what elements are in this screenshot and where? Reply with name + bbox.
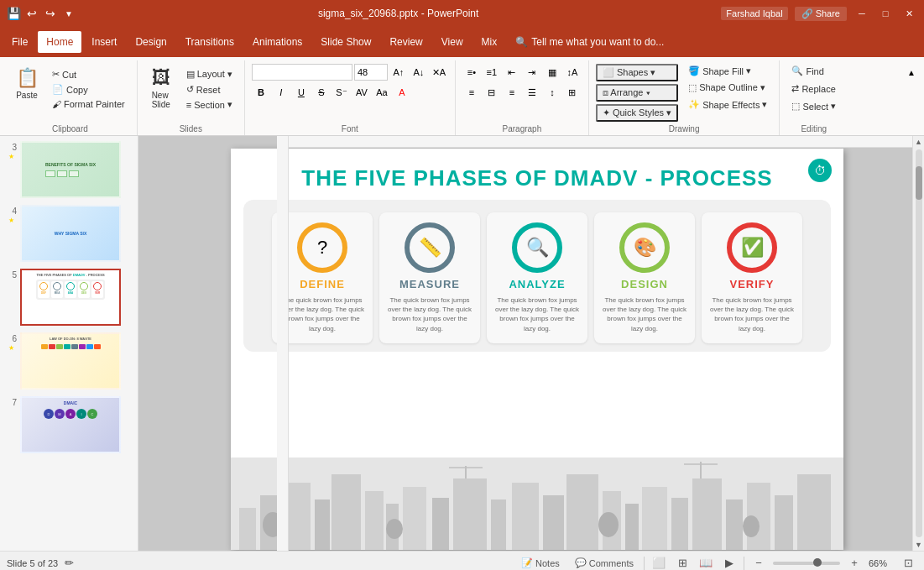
font-group-content: A↑ A↓ ✕A B I U S S⁻ AV Aa A — [252, 60, 448, 122]
bold-btn[interactable]: B — [252, 84, 270, 101]
align-left-btn[interactable]: ≡ — [462, 84, 481, 101]
shape-outline-btn[interactable]: ⬚ Shape Outline ▾ — [683, 81, 772, 95]
notes-edit-icon[interactable]: ✏ — [65, 557, 74, 569]
columns-btn[interactable]: ▦ — [543, 64, 561, 81]
italic-btn[interactable]: I — [272, 84, 290, 101]
save-icon[interactable]: 💾 — [7, 7, 20, 20]
svg-rect-1 — [239, 508, 256, 550]
slide-thumb-7[interactable]: 7 ★ DMAIC D M A I C — [3, 395, 134, 455]
zoom-slider[interactable] — [773, 561, 840, 565]
increase-indent-btn[interactable]: ⇥ — [523, 64, 541, 81]
slide-thumbnail-7[interactable]: DMAIC D M A I C — [20, 396, 121, 453]
slide-thumb-4[interactable]: 4 ★ WHY SIGMA SIX — [3, 203, 134, 264]
paste-button[interactable]: 📋 Paste — [10, 64, 44, 103]
slide-thumbnail-6[interactable]: LAW OF DO-ON: 8 WASTE — [20, 332, 121, 390]
menu-file[interactable]: File — [3, 31, 36, 53]
increase-font-btn[interactable]: A↑ — [389, 64, 408, 81]
decrease-indent-btn[interactable]: ⇤ — [503, 64, 521, 81]
layout-button[interactable]: ▤ Layout ▾ — [181, 67, 238, 81]
zoom-thumb[interactable] — [813, 558, 822, 567]
shadow-btn[interactable]: S⁻ — [332, 84, 351, 101]
shapes-btn[interactable]: ⬜ Shapes ▾ — [596, 64, 678, 81]
text-direction-btn[interactable]: ↕A — [563, 64, 582, 81]
account-btn[interactable]: Farshad Iqbal — [721, 7, 787, 20]
slide-thumbnail-5[interactable]: THE FIVE PHASES OF DMADV - PROCESS DEF M… — [20, 269, 121, 326]
strikethrough-btn[interactable]: S — [312, 84, 331, 101]
menu-insert[interactable]: Insert — [83, 31, 125, 53]
redo-icon[interactable]: ↪ — [44, 7, 57, 20]
shape-fill-btn[interactable]: 🪣 Shape Fill ▾ — [683, 64, 772, 78]
slide-num-3: 3 — [5, 143, 17, 152]
maximize-btn[interactable]: □ — [877, 5, 894, 22]
font-size-input[interactable] — [354, 64, 388, 81]
scroll-up-btn[interactable]: ▲ — [913, 136, 925, 148]
fit-window-btn[interactable]: ⊡ — [899, 554, 917, 571]
zoom-in-btn[interactable]: + — [845, 554, 864, 571]
notes-btn[interactable]: 📝 Notes — [516, 554, 565, 571]
minimize-btn[interactable]: ─ — [854, 5, 870, 22]
menu-home[interactable]: Home — [38, 31, 81, 53]
slide-thumb-5[interactable]: 5 ★ THE FIVE PHASES OF DMADV - PROCESS D… — [3, 267, 134, 327]
undo-icon[interactable]: ↩ — [25, 7, 39, 20]
design-label: DESIGN — [621, 278, 668, 290]
copy-button[interactable]: 📄 Copy — [47, 82, 130, 97]
find-btn[interactable]: 🔍 Find — [786, 64, 828, 78]
reset-button[interactable]: ↺ Reset — [181, 82, 238, 97]
scroll-down-btn[interactable]: ▼ — [913, 539, 925, 551]
presenter-icon[interactable]: ⏱ — [808, 159, 832, 182]
svg-rect-9 — [432, 498, 449, 550]
spacing-btn[interactable]: AV — [352, 84, 371, 101]
menu-mix[interactable]: Mix — [473, 31, 506, 53]
slide-thumb-3[interactable]: 3 ★ BENEFITS OF SIGMA SIX — [3, 139, 134, 200]
font-name-input[interactable] — [252, 64, 352, 81]
comments-icon: 💬 — [575, 557, 587, 568]
shape-effects-btn[interactable]: ✨ Shape Effects ▾ — [683, 97, 772, 112]
select-btn[interactable]: ⬚ Select ▾ — [786, 99, 841, 113]
case-btn[interactable]: Aa — [373, 84, 391, 101]
menu-review[interactable]: Review — [381, 31, 431, 53]
line-spacing-btn[interactable]: ↕ — [543, 84, 561, 101]
new-slide-button[interactable]: 🖼 NewSlide — [144, 64, 178, 112]
align-center-btn[interactable]: ⊟ — [483, 84, 501, 101]
svg-rect-6 — [365, 491, 384, 550]
underline-btn[interactable]: U — [292, 84, 311, 101]
quick-styles-btn[interactable]: ✦ Quick Styles ▾ — [596, 104, 678, 122]
menu-animations[interactable]: Animations — [244, 31, 311, 53]
section-button[interactable]: ≡ Section ▾ — [181, 97, 238, 112]
scroll-thumb[interactable] — [916, 166, 922, 200]
font-color-btn[interactable]: A — [393, 84, 411, 101]
menu-design[interactable]: Design — [127, 31, 175, 53]
menu-slideshow[interactable]: Slide Show — [312, 31, 379, 53]
scroll-track[interactable] — [916, 149, 922, 537]
menu-view[interactable]: View — [433, 31, 472, 53]
slide-thumbnail-4[interactable]: WHY SIGMA SIX — [20, 205, 121, 262]
cut-button[interactable]: ✂ Cut — [47, 67, 130, 81]
customize-icon[interactable]: ▼ — [62, 7, 76, 20]
share-btn[interactable]: 🔗 Share — [795, 7, 847, 21]
normal-view-btn[interactable]: ⬜ — [650, 554, 668, 571]
comments-btn[interactable]: 💬 Comments — [570, 554, 639, 571]
slide-thumbnail-3[interactable]: BENEFITS OF SIGMA SIX — [20, 141, 121, 198]
align-right-btn[interactable]: ≡ — [503, 84, 521, 101]
reading-view-btn[interactable]: 📖 — [697, 554, 715, 571]
svg-rect-11 — [491, 499, 506, 550]
slide-thumb-6[interactable]: 6 ★ LAW OF DO-ON: 8 WASTE — [3, 331, 134, 391]
arrange-btn[interactable]: ⧈ Arrange ▾ — [596, 84, 678, 102]
align-row: ≡ ⊟ ≡ ☰ ↕ ⊞ — [462, 84, 582, 101]
menu-tell-me[interactable]: 🔍 Tell me what you want to do... — [507, 31, 672, 53]
zoom-out-btn[interactable]: − — [749, 554, 768, 571]
numbering-btn[interactable]: ≡1 — [483, 64, 501, 81]
bullets-btn[interactable]: ≡• — [462, 64, 481, 81]
clear-format-btn[interactable]: ✕A — [430, 64, 448, 81]
justify-btn[interactable]: ☰ — [523, 84, 541, 101]
slide-sorter-btn[interactable]: ⊞ — [673, 554, 692, 571]
slide-star-3: ★ — [8, 153, 14, 160]
close-btn[interactable]: ✕ — [901, 5, 917, 22]
collapse-ribbon-btn[interactable]: ▲ — [902, 64, 921, 81]
format-painter-button[interactable]: 🖌 Format Painter — [47, 97, 130, 111]
slideshow-btn[interactable]: ▶ — [720, 554, 739, 571]
smart-art-btn[interactable]: ⊞ — [563, 84, 582, 101]
menu-transitions[interactable]: Transitions — [177, 31, 243, 53]
decrease-font-btn[interactable]: A↓ — [410, 64, 428, 81]
replace-btn[interactable]: ⇄ Replace — [786, 81, 840, 96]
